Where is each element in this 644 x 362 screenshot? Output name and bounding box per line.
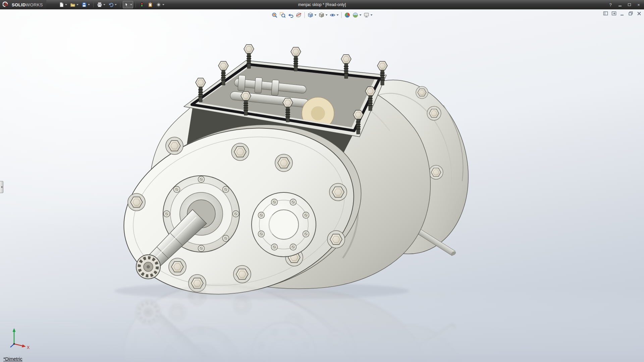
apply-scene-button[interactable] [352, 11, 363, 19]
new-document-button[interactable] [58, 1, 68, 8]
section-view-icon [296, 12, 302, 18]
splined-shaft-end [136, 255, 160, 279]
toolbar-separator [305, 12, 305, 18]
open-icon [70, 2, 75, 7]
dropdown-arrow-icon [115, 4, 117, 5]
3d-model-scene[interactable]: X [0, 9, 644, 362]
dropdown-arrow-icon [88, 4, 90, 5]
options-button[interactable] [155, 1, 165, 8]
zoom-to-area-icon [280, 12, 286, 18]
hide-show-eye-icon [330, 12, 336, 18]
restore-document-button[interactable] [628, 10, 634, 16]
section-view-button[interactable] [295, 11, 303, 19]
save-icon [82, 2, 87, 7]
file-properties-button[interactable] [147, 1, 154, 8]
print-button[interactable] [96, 1, 106, 8]
heads-up-view-toolbar [269, 10, 376, 20]
undo-icon [108, 2, 114, 7]
undo-button[interactable] [107, 1, 118, 8]
select-cursor-icon [124, 2, 129, 7]
toolbar-separator [136, 2, 136, 7]
toolbar-separator [341, 12, 342, 18]
view-orientation-cube-icon [308, 12, 314, 18]
dropdown-arrow-icon [162, 4, 164, 5]
view-settings-button[interactable] [363, 11, 374, 19]
toolbar-separator [120, 2, 120, 7]
save-button[interactable] [80, 1, 91, 8]
dropdown-arrow-icon [326, 14, 328, 16]
view-settings-icon [364, 12, 370, 18]
close-button[interactable]: × [636, 2, 641, 7]
dropdown-arrow-icon [315, 14, 317, 16]
solidworks-logo-icon [3, 1, 10, 8]
dropdown-arrow-icon [65, 4, 67, 5]
zoom-to-area-button[interactable] [279, 11, 287, 19]
dropdown-arrow-icon [76, 4, 78, 5]
edit-appearance-ball-icon [344, 12, 351, 18]
display-style-icon [319, 12, 325, 18]
view-orientation-button[interactable] [307, 11, 318, 19]
featuremanager-collapsed-tab[interactable] [0, 181, 3, 193]
window-controls: ? × [608, 0, 641, 9]
dropdown-arrow-icon [130, 4, 132, 5]
select-tool-button[interactable] [123, 1, 133, 8]
display-style-button[interactable] [318, 11, 329, 19]
view-orientation-label: *Dimetric [3, 356, 22, 362]
zoom-to-fit-button[interactable] [271, 11, 279, 19]
dropdown-arrow-icon [371, 14, 373, 16]
previous-view-icon [288, 12, 294, 18]
side-bearing-cover [252, 192, 316, 257]
window-title: menjac sklop * [Read-only] [298, 0, 346, 9]
document-window-controls [602, 10, 642, 16]
zoom-to-fit-icon [272, 12, 278, 18]
close-document-button[interactable] [636, 10, 642, 16]
apply-scene-icon [353, 12, 359, 18]
restore-button[interactable] [627, 2, 632, 7]
right-pane-arrow-icon [611, 11, 617, 16]
rebuild-traffic-light-icon [139, 2, 145, 7]
new-document-icon [59, 2, 64, 7]
previous-view-button[interactable] [287, 11, 295, 19]
graphics-area[interactable]: X *Dimetric [0, 9, 644, 362]
show-right-pane-button[interactable] [611, 10, 617, 16]
reflection-fade [0, 287, 644, 362]
rebuild-button[interactable] [138, 1, 146, 8]
solidworks-window: SOLIDWORKS [0, 0, 644, 362]
options-gear-icon [156, 2, 161, 7]
close-doc-icon [636, 11, 642, 16]
dropdown-arrow-icon [337, 14, 339, 16]
restore-doc-icon [628, 11, 634, 16]
minimize-document-button[interactable] [619, 10, 625, 16]
dropdown-arrow-icon [360, 14, 362, 16]
left-pane-icon [603, 11, 608, 16]
expand-arrow-icon [1, 186, 2, 188]
show-left-pane-button[interactable] [602, 10, 608, 16]
edit-appearance-button[interactable] [343, 11, 352, 19]
brand-text: SOLIDWORKS [12, 2, 43, 7]
minimize-doc-icon [620, 11, 625, 16]
solidworks-logo: SOLIDWORKS [0, 0, 46, 9]
print-icon [97, 2, 102, 7]
main-toolbar [58, 1, 165, 8]
open-button[interactable] [69, 1, 79, 8]
gearbox-model[interactable] [106, 45, 484, 317]
axis-x-label: X [27, 345, 30, 350]
dropdown-arrow-icon [103, 4, 105, 5]
hide-show-items-button[interactable] [329, 11, 340, 19]
file-properties-icon [148, 2, 153, 7]
minimize-button[interactable] [617, 2, 623, 7]
help-button[interactable]: ? [608, 2, 613, 7]
titlebar: SOLIDWORKS [0, 0, 644, 9]
toolbar-separator [93, 2, 94, 7]
